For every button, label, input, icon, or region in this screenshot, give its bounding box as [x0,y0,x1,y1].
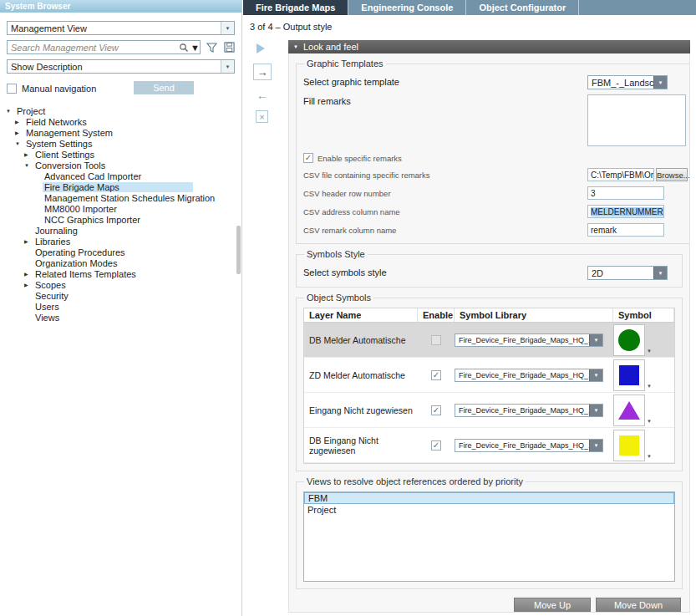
search-icon[interactable] [177,43,191,53]
tree-item-related-items-templates[interactable]: ▶Related Items Templates [0,268,241,279]
tree-item-journaling[interactable]: Journaling [0,225,241,236]
tree-item-advanced-cad-importer[interactable]: Advanced Cad Importer [0,171,241,181]
tree-item-conversion-tools[interactable]: ▼Conversion Tools [0,160,241,171]
tree-item-scopes[interactable]: ▶Scopes [0,279,241,290]
symbol-row-db-eingang-nicht-zugewiesen[interactable]: DB Eingang Nicht zugewiesenFire_Device_F… [304,428,674,463]
description-selector[interactable]: Show Description ▼ [7,59,235,74]
chevron-down-icon[interactable]: ▼ [589,334,602,346]
chevron-down-icon[interactable]: ▼ [221,60,234,73]
tree-item-label: System Settings [24,139,94,149]
left-panel-scrollbar-thumb[interactable] [236,226,241,274]
symbol-library-select[interactable]: Fire_Device_Fire_Brigade_Maps_HQ_1▼ [455,439,603,452]
manual-navigation-checkbox[interactable] [7,84,17,94]
tree-item-project[interactable]: ▼Project [0,105,241,116]
symbol-preview[interactable] [613,359,645,391]
layer-name-label: Eingang Nicht zugewiesen [304,393,418,427]
views-listbox[interactable]: FBMProject [303,491,675,582]
symbol-row-db-melder-automatische[interactable]: DB Melder AutomatischeFire_Device_Fire_B… [304,323,674,358]
tab-engineering-console[interactable]: Engineering Console [348,0,466,15]
enable-checkbox[interactable] [431,440,441,451]
management-view-selector[interactable]: Management View ▼ [7,21,235,35]
move-down-button[interactable]: Move Down [596,598,681,613]
collapsed-icon[interactable]: ▶ [23,151,33,157]
expanded-icon[interactable]: ▼ [23,163,33,168]
send-button[interactable]: Send [134,81,194,94]
browse-button[interactable]: Browse... [656,168,688,181]
chevron-down-icon[interactable]: ▼ [589,440,602,451]
system-tree: ▼Project▶Field Networks▶Management Syste… [0,105,241,323]
chevron-down-icon[interactable]: ▼ [647,419,652,424]
tab-object-configurator[interactable]: Object Configurator [466,0,579,15]
tree-item-fire-brigade-maps[interactable]: Fire Brigade Maps [0,181,241,192]
csv-header-row-input[interactable]: 3 [587,186,664,200]
tab-fire-brigade-maps[interactable]: Fire Brigade Maps [243,0,348,15]
enable-remarks-checkbox[interactable] [303,153,313,163]
save-icon[interactable] [224,41,236,54]
tree-item-libraries[interactable]: ▶Libraries [0,236,241,247]
chevron-down-icon[interactable]: ▼ [653,267,667,279]
output-style-content: ▼ Look and feel Graphic Templates Select… [288,40,690,613]
next-step-button[interactable]: → [253,64,272,80]
object-symbols-table: Layer Name Enable Symbol Library Symbol … [303,308,675,464]
symbols-style-select[interactable]: 2D ▼ [587,266,668,280]
look-and-feel-header[interactable]: ▼ Look and feel [288,40,690,53]
tree-item-field-networks[interactable]: ▶Field Networks [0,116,241,127]
square-symbol-icon [619,435,639,456]
object-symbols-title: Object Symbols [304,293,373,303]
tree-item-views[interactable]: Views [0,312,241,323]
view-item-fbm[interactable]: FBM [304,492,674,504]
tree-item-system-settings[interactable]: ▼System Settings [0,138,241,149]
back-button[interactable]: ← [257,89,277,102]
tree-item-mm8000-importer[interactable]: MM8000 Importer [0,203,241,214]
tree-item-security[interactable]: Security [0,290,241,301]
symbol-library-select[interactable]: Fire_Device_Fire_Brigade_Maps_HQ_1▼ [455,404,603,417]
chevron-down-icon[interactable]: ▼ [647,349,652,354]
run-icon[interactable] [257,43,265,53]
collapsed-icon[interactable]: ▶ [23,282,33,288]
symbol-library-select[interactable]: Fire_Device_Fire_Brigade_Maps_HQ_1▼ [455,369,603,382]
expanded-icon[interactable]: ▼ [14,141,24,146]
enable-checkbox[interactable] [431,370,441,380]
chevron-down-icon[interactable]: ▼ [589,369,602,381]
collapsed-icon[interactable]: ▶ [14,130,24,135]
expanded-icon[interactable]: ▼ [5,109,15,114]
csv-file-input[interactable]: C:\Temp\FBM\Only detectors compute min a… [587,168,654,181]
collapsed-icon[interactable]: ▶ [23,271,33,277]
symbol-preview[interactable] [613,395,645,426]
tree-item-management-station-schedules-migration[interactable]: Management Station Schedules Migration [0,192,241,203]
close-button[interactable]: × [256,110,268,123]
tree-item-management-system[interactable]: ▶Management System [0,127,241,138]
chevron-down-icon[interactable]: ▼ [589,405,602,416]
chevron-down-icon[interactable]: ▼ [191,43,200,53]
tree-item-client-settings[interactable]: ▶Client Settings [0,149,241,160]
csv-file-value: C:\Temp\FBM\Only detectors compute min a… [591,171,654,180]
symbol-row-eingang-nicht-zugewiesen[interactable]: Eingang Nicht zugewiesenFire_Device_Fire… [304,393,674,428]
close-icon: × [259,112,264,122]
tree-item-ncc-graphics-importer[interactable]: NCC Graphics Importer [0,214,241,225]
chevron-down-icon[interactable]: ▼ [221,22,234,34]
symbol-library-select[interactable]: Fire_Device_Fire_Brigade_Maps_HQ_1▼ [455,333,603,347]
chevron-down-icon[interactable]: ▼ [647,384,652,389]
filter-icon[interactable] [206,41,218,54]
collapsed-icon[interactable]: ▶ [23,238,33,244]
move-up-button[interactable]: Move Up [514,598,591,613]
csv-address-column-input[interactable]: MELDERNUMMER [587,205,664,218]
enable-checkbox[interactable] [431,405,441,415]
tree-item-organization-modes[interactable]: Organization Modes [0,257,241,268]
view-item-project[interactable]: Project [304,504,674,516]
csv-file-label: CSV file containing specific remarks [303,168,587,180]
tree-item-users[interactable]: Users [0,301,241,312]
graphic-template-select[interactable]: FBM_-_Landscape ▼ [587,75,668,89]
csv-remark-column-input[interactable]: remark [587,223,664,237]
symbol-preview[interactable] [613,324,645,356]
chevron-down-icon[interactable]: ▼ [653,76,667,89]
search-input[interactable]: Search Management View ▼ [7,40,201,54]
tree-item-operating-procedures[interactable]: Operating Procedures [0,247,241,257]
chevron-down-icon[interactable]: ▼ [647,454,652,459]
enable-checkbox[interactable] [431,335,441,345]
fill-remarks-textarea[interactable] [587,94,686,146]
symbol-row-zd-melder-automatische[interactable]: ZD Melder AutomatischeFire_Device_Fire_B… [304,358,674,393]
symbol-preview[interactable] [613,430,645,461]
collapsed-icon[interactable]: ▶ [14,119,24,125]
graphic-templates-title: Graphic Templates [304,59,386,69]
